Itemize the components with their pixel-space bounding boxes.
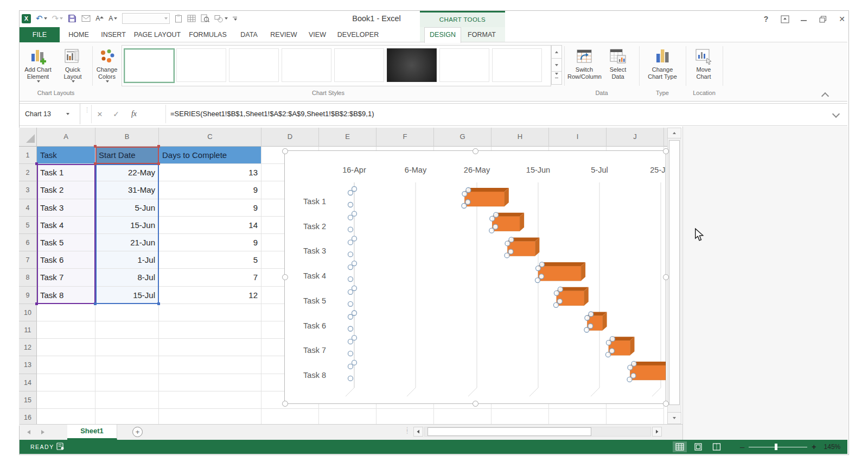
chart-style-thumbnail-8[interactable]: [492, 48, 542, 82]
chart-frame-handle[interactable]: [282, 401, 288, 407]
tab-page-layout[interactable]: PAGE LAYOUT: [133, 27, 181, 42]
x-axis-label[interactable]: 26-May: [464, 166, 490, 174]
cell-B14[interactable]: [95, 374, 159, 391]
enter-icon[interactable]: ✓: [110, 107, 123, 121]
column-header-A[interactable]: A: [37, 128, 95, 147]
gallery-scroll-down-icon[interactable]: [551, 58, 562, 72]
hscroll-right-icon[interactable]: [652, 427, 662, 437]
row-header-2[interactable]: 2: [19, 164, 37, 181]
normal-view-icon[interactable]: [673, 441, 687, 452]
zoom-out-icon[interactable]: –: [740, 444, 744, 450]
row-header-11[interactable]: 11: [19, 321, 37, 339]
tab-data[interactable]: DATA: [234, 27, 264, 42]
column-header-H[interactable]: H: [492, 128, 549, 147]
row-header-6[interactable]: 6: [19, 234, 37, 251]
row-header-12[interactable]: 12: [19, 339, 37, 356]
column-header-G[interactable]: G: [434, 128, 492, 147]
row-header-10[interactable]: 10: [19, 304, 37, 321]
x-axis-label[interactable]: 25-Jul: [650, 166, 666, 174]
cell-C12[interactable]: [159, 339, 261, 356]
y-axis-label[interactable]: Task 3: [303, 247, 326, 255]
zoom-in-icon[interactable]: +: [812, 443, 816, 451]
column-header-C[interactable]: C: [159, 128, 261, 147]
x-axis-label[interactable]: 5-Jul: [591, 166, 608, 174]
macro-record-icon[interactable]: [56, 443, 65, 452]
tab-file[interactable]: FILE: [20, 27, 60, 42]
email-icon[interactable]: [81, 15, 91, 22]
y-axis-label[interactable]: Task 8: [303, 371, 326, 380]
column-header-I[interactable]: I: [549, 128, 607, 147]
switch-row-column-button[interactable]: Switch Row/Column: [567, 46, 601, 80]
bar-top-face[interactable]: [538, 262, 585, 266]
cell-A1[interactable]: Task: [37, 147, 95, 164]
ribbon-display-options-icon[interactable]: [778, 13, 792, 25]
page-break-view-icon[interactable]: [710, 441, 724, 452]
y-axis-label[interactable]: Task 5: [303, 296, 326, 305]
chart-frame-handle[interactable]: [663, 148, 669, 154]
undo-icon[interactable]: ↶: [36, 14, 47, 23]
tab-home[interactable]: HOME: [64, 27, 93, 42]
tab-design[interactable]: DESIGN: [424, 27, 461, 43]
add-chart-element-button[interactable]: Add Chart Element: [21, 46, 55, 83]
cancel-icon[interactable]: ✕: [93, 107, 106, 121]
tab-formulas[interactable]: FORMULAS: [186, 27, 230, 42]
select-data-button[interactable]: Select Data: [603, 46, 633, 80]
cell-B12[interactable]: [95, 339, 159, 356]
column-header-J[interactable]: J: [607, 128, 664, 147]
chart-style-thumbnail-5[interactable]: [334, 48, 384, 82]
gallery-scroll-up-icon[interactable]: [551, 45, 562, 59]
tab-format[interactable]: FORMAT: [464, 27, 499, 42]
change-colors-button[interactable]: Change Colors: [93, 46, 120, 83]
cell-A10[interactable]: [37, 304, 95, 321]
range-border-values-handle[interactable]: [157, 302, 160, 305]
row-header-14[interactable]: 14: [19, 374, 37, 391]
row-header-13[interactable]: 13: [19, 356, 37, 374]
vscroll-up-icon[interactable]: [667, 128, 681, 138]
column-header-E[interactable]: E: [319, 128, 376, 147]
range-border-series-name-handle[interactable]: [94, 145, 97, 148]
cell-A15[interactable]: [37, 391, 95, 409]
font-increase-icon[interactable]: A: [95, 15, 104, 22]
page-layout-view-icon[interactable]: [691, 441, 705, 452]
row-header-4[interactable]: 4: [19, 199, 37, 217]
customize-qat-icon[interactable]: [233, 17, 237, 21]
row-header-5[interactable]: 5: [19, 217, 37, 234]
range-border-values-handle[interactable]: [94, 302, 97, 305]
row-header-1[interactable]: 1: [19, 147, 37, 164]
cell-C6[interactable]: 9: [159, 234, 261, 251]
zoom-slider-thumb[interactable]: [775, 444, 777, 450]
y-axis-label[interactable]: Task 4: [303, 271, 326, 280]
chart-style-thumbnail-3[interactable]: [229, 48, 279, 82]
zoom-slider[interactable]: [749, 443, 807, 451]
excel-logo-icon[interactable]: X: [22, 14, 31, 23]
zoom-level[interactable]: 145%: [824, 443, 841, 451]
sheet-tab-sheet1[interactable]: Sheet1: [67, 425, 117, 440]
range-border-series-name-handle[interactable]: [94, 162, 97, 165]
name-box-dropdown-icon[interactable]: [66, 113, 69, 115]
table-icon[interactable]: [187, 15, 196, 22]
vscroll-down-icon[interactable]: [667, 412, 681, 424]
row-header-8[interactable]: 8: [19, 269, 37, 286]
save-icon[interactable]: [68, 14, 76, 23]
x-axis-label[interactable]: 16-Apr: [342, 166, 366, 174]
vscroll-thumb[interactable]: [669, 140, 680, 405]
name-box[interactable]: Chart 13: [20, 104, 80, 124]
range-border-series-name-handle[interactable]: [157, 162, 160, 165]
cell-B11[interactable]: [95, 321, 159, 339]
sheet-nav-next-icon[interactable]: [40, 429, 46, 437]
cell-C8[interactable]: 7: [159, 269, 261, 286]
cell-A13[interactable]: [37, 356, 95, 374]
cell-B15[interactable]: [95, 391, 159, 409]
cell-C1[interactable]: Days to Complete: [159, 147, 261, 164]
column-header-B[interactable]: B: [95, 128, 159, 147]
y-axis-label[interactable]: Task 1: [303, 197, 326, 206]
x-axis-label[interactable]: 15-Jun: [526, 166, 550, 174]
chart-frame-handle[interactable]: [282, 274, 288, 280]
cell-C10[interactable]: [159, 304, 261, 321]
print-preview-icon[interactable]: [201, 14, 209, 23]
range-border-categories-handle[interactable]: [35, 162, 38, 165]
cell-B13[interactable]: [95, 356, 159, 374]
cell-C4[interactable]: 9: [159, 199, 261, 217]
cell-C14[interactable]: [159, 374, 261, 391]
cell-C13[interactable]: [159, 356, 261, 374]
